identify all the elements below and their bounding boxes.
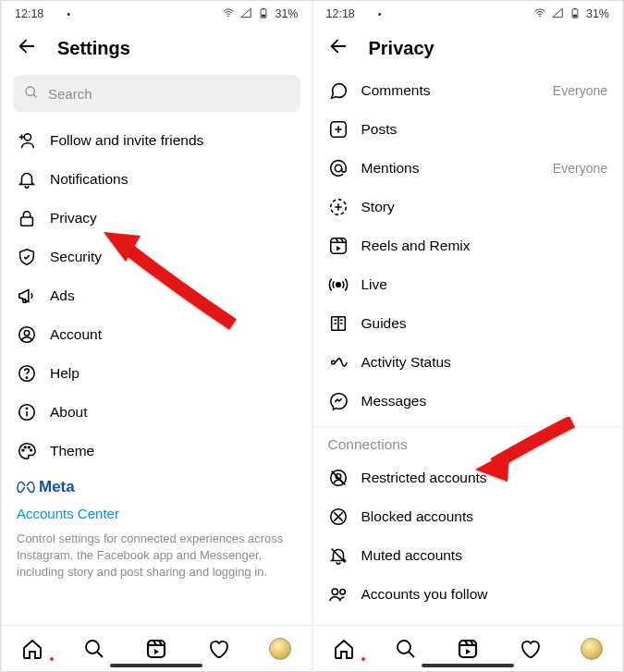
item-theme[interactable]: Theme: [2, 432, 312, 470]
notification-dot: [50, 657, 54, 661]
meta-block: Meta Accounts Center Control settings fo…: [2, 470, 312, 591]
svg-rect-10: [21, 217, 33, 226]
notification-dot: [361, 657, 365, 661]
search-nav-icon[interactable]: [83, 638, 105, 660]
item-muted[interactable]: Muted accounts: [313, 536, 623, 575]
label: Security: [50, 249, 102, 265]
svg-point-12: [24, 330, 30, 336]
svg-point-43: [398, 641, 410, 654]
item-mentions[interactable]: Mentions Everyone: [313, 149, 623, 188]
home-indicator: [422, 664, 514, 667]
label: Ads: [50, 287, 75, 304]
label: Posts: [361, 121, 398, 138]
label: Comments: [361, 82, 431, 99]
heart-nav-icon[interactable]: [207, 638, 229, 660]
wifi-icon: [222, 6, 235, 22]
palette-icon: [17, 441, 37, 461]
meta-logo: Meta: [17, 478, 297, 496]
restricted-icon: [328, 468, 349, 488]
item-notifications[interactable]: Notifications: [2, 160, 312, 199]
live-icon: [328, 275, 349, 295]
svg-point-41: [332, 589, 337, 594]
signal-icon: [551, 6, 564, 22]
privacy-screen: 12:18 • 31% Privacy Comments Everyone Po…: [312, 1, 624, 671]
privacy-list: Comments Everyone Posts Mentions Everyon…: [313, 71, 623, 625]
svg-point-42: [339, 590, 345, 595]
label: Help: [50, 365, 80, 382]
svg-point-20: [31, 449, 32, 451]
header: Settings: [2, 27, 312, 71]
profile-avatar[interactable]: [581, 638, 603, 660]
item-follow-invite[interactable]: Follow and invite friends: [2, 121, 312, 160]
search-icon: [24, 85, 39, 103]
label: Theme: [50, 443, 94, 459]
accounts-center-link[interactable]: Accounts Center: [17, 506, 297, 521]
back-icon[interactable]: [17, 36, 37, 60]
item-security[interactable]: Security: [2, 238, 312, 276]
item-privacy[interactable]: Privacy: [2, 199, 312, 238]
blocked-icon: [328, 507, 349, 527]
item-reels[interactable]: Reels and Remix: [313, 226, 623, 265]
item-guides[interactable]: Guides: [313, 304, 623, 343]
reels-icon: [328, 236, 349, 256]
svg-rect-22: [148, 641, 165, 657]
item-activity[interactable]: Activity Status: [313, 343, 623, 382]
label: Follow and invite friends: [50, 132, 203, 149]
reels-nav-icon[interactable]: [457, 638, 479, 660]
label: Live: [361, 276, 387, 293]
comment-icon: [328, 80, 349, 101]
item-comments[interactable]: Comments Everyone: [313, 71, 623, 110]
item-about[interactable]: About: [2, 393, 312, 432]
svg-point-19: [28, 446, 30, 448]
value: Everyone: [553, 83, 607, 98]
item-following[interactable]: Accounts you follow: [313, 575, 623, 614]
reels-nav-icon[interactable]: [145, 638, 167, 660]
svg-rect-7: [262, 14, 265, 17]
svg-rect-44: [459, 641, 476, 657]
activity-icon: [328, 352, 349, 373]
meta-description: Control settings for connected experienc…: [17, 531, 297, 581]
item-messages[interactable]: Messages: [313, 382, 623, 421]
label: Activity Status: [361, 354, 451, 371]
label: Accounts you follow: [361, 586, 488, 603]
item-restricted[interactable]: Restricted accounts: [313, 458, 623, 497]
search-field[interactable]: Search: [13, 75, 300, 112]
profile-avatar[interactable]: [269, 638, 291, 660]
info-icon: [17, 402, 37, 422]
svg-rect-29: [574, 7, 576, 8]
muted-icon: [328, 545, 349, 566]
home-icon[interactable]: [21, 638, 43, 660]
messenger-icon: [328, 391, 349, 411]
more-dot: •: [67, 8, 70, 19]
item-help[interactable]: Help: [2, 354, 312, 393]
connections-header: Connections: [313, 426, 623, 458]
page-title: Privacy: [369, 38, 434, 59]
item-account[interactable]: Account: [2, 315, 312, 354]
svg-point-17: [22, 449, 24, 451]
label: Guides: [361, 315, 407, 332]
svg-point-27: [539, 15, 541, 17]
home-icon[interactable]: [333, 638, 355, 660]
item-ads[interactable]: Ads: [2, 276, 312, 315]
megaphone-icon: [17, 286, 37, 306]
back-icon[interactable]: [328, 36, 349, 60]
item-posts[interactable]: Posts: [313, 110, 623, 149]
item-live[interactable]: Live: [313, 265, 623, 304]
person-plus-icon: [17, 130, 37, 151]
heart-nav-icon[interactable]: [519, 638, 541, 660]
svg-point-37: [331, 360, 335, 364]
svg-point-8: [26, 87, 34, 95]
search-nav-icon[interactable]: [395, 638, 417, 660]
signal-icon: [239, 6, 252, 22]
svg-rect-34: [330, 238, 346, 254]
page-title: Settings: [57, 38, 130, 59]
item-story[interactable]: Story: [313, 188, 623, 226]
people-icon: [328, 584, 349, 605]
battery-icon: [257, 6, 270, 22]
help-icon: [17, 363, 37, 384]
plus-square-icon: [328, 119, 349, 140]
label: Story: [361, 199, 395, 215]
item-blocked[interactable]: Blocked accounts: [313, 497, 623, 536]
book-icon: [328, 313, 349, 334]
status-time: 12:18: [15, 7, 43, 20]
